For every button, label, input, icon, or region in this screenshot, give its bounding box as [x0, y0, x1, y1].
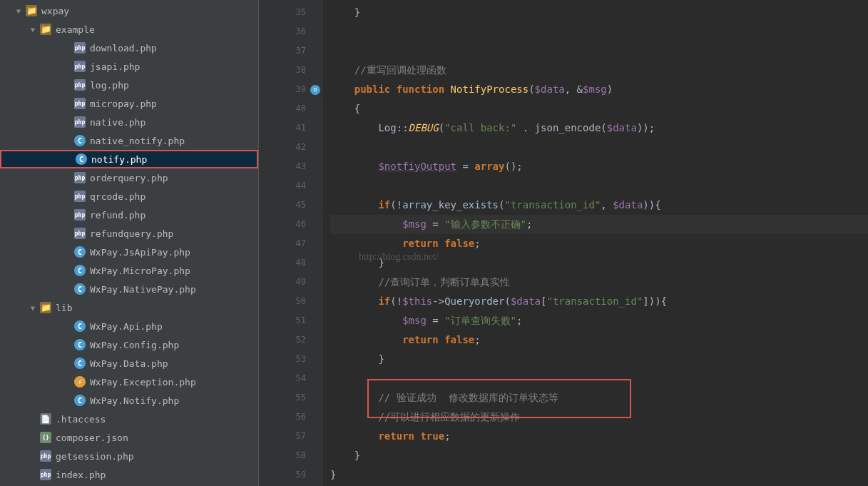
tree-item-wxpay[interactable]: wxpay [0, 1, 258, 20]
code-editor[interactable]: 3536373839o40414243444546474849505152535… [259, 0, 868, 486]
php-icon [74, 61, 86, 72]
gutter-line-number: 45 [259, 196, 323, 215]
code-line: return false; [330, 234, 868, 253]
code-line: } [330, 3, 868, 22]
gutter-line-number: 55 [259, 388, 323, 407]
tree-item-download-php[interactable]: download.php [0, 39, 258, 57]
code-line: $msg = "输入参数不正确"; [330, 215, 868, 234]
tree-item-label: getsession.php [56, 451, 258, 462]
tree-item-wxpay-api-php[interactable]: WxPay.Api.php [0, 317, 258, 335]
gutter-line-number: 36 [259, 22, 323, 41]
file-icon [40, 413, 51, 425]
php-icon [40, 450, 51, 462]
tree-item-qrcode-php[interactable]: qrcode.php [0, 187, 258, 206]
tree-item-refundquery-php[interactable]: refundquery.php [0, 224, 258, 243]
c-icon [74, 395, 86, 406]
c-icon [74, 246, 86, 258]
tree-item-wxpay-config-php[interactable]: WxPay.Config.php [0, 335, 258, 354]
override-method-icon[interactable]: o [310, 85, 320, 95]
tree-item-example[interactable]: example [0, 20, 258, 39]
code-area[interactable]: } //重写回调处理函数 public function NotifyProce… [323, 0, 868, 486]
tree-item-wxpay-exception-php[interactable]: WxPay.Exception.php [0, 373, 258, 391]
tree-item-wxpay-notify-php[interactable]: WxPay.Notify.php [0, 391, 258, 410]
tree-item-jsapi-php[interactable]: jsapi.php [0, 57, 258, 76]
project-tree[interactable]: wxpayexampledownload.phpjsapi.phplog.php… [0, 0, 258, 485]
tree-item-wxpay-jsapipay-php[interactable]: WxPay.JsApiPay.php [0, 243, 258, 261]
tree-item-label: micropay.php [90, 98, 258, 109]
code-line [330, 41, 868, 61]
code-line: if(!$this->Queryorder($data["transaction… [330, 292, 868, 311]
tree-item-label: WxPay.Config.php [90, 340, 258, 350]
expand-arrow-icon[interactable] [29, 25, 37, 34]
gutter-line-number: 35 [259, 3, 323, 22]
code-line: return false; [330, 330, 868, 350]
tree-item-refund-php[interactable]: refund.php [0, 206, 258, 224]
tree-item-native_notify-php[interactable]: native_notify.php [0, 131, 258, 150]
gutter-line-number: 44 [259, 176, 323, 196]
c-icon [74, 358, 86, 369]
tree-item-wxpay-data-php[interactable]: WxPay.Data.php [0, 354, 258, 373]
gutter-line-number: 43 [259, 157, 323, 176]
gutter-line-number: 59 [259, 465, 323, 485]
code-line: //可以进行相应数据的更新操作 [330, 407, 868, 427]
tree-item-label: jsapi.php [90, 61, 258, 72]
tree-item-label: WxPay.Exception.php [90, 377, 258, 388]
tree-item-label: lib [56, 303, 258, 313]
code-line: return true; [330, 427, 868, 446]
tree-item-label: native.php [90, 117, 258, 128]
gutter-line-number: 38 [259, 61, 323, 80]
tree-item-wxpay-nativepay-php[interactable]: WxPay.NativePay.php [0, 280, 258, 298]
code-line: } [330, 446, 868, 465]
tree-item-getsession-php[interactable]: getsession.php [0, 447, 258, 465]
code-line: if(!array_key_exists("transaction_id", $… [330, 196, 868, 215]
tree-item-lib[interactable]: lib [0, 298, 258, 317]
code-line: } [330, 465, 868, 485]
tree-item-label: composer.json [56, 432, 258, 443]
gutter-line-number: 58 [259, 446, 323, 465]
code-line: $msg = "订单查询失败"; [330, 311, 868, 330]
tree-item-orderquery-php[interactable]: orderquery.php [0, 168, 258, 187]
tree-item--htaccess[interactable]: .htaccess [0, 410, 258, 428]
gutter-line-number: 48 [259, 253, 323, 273]
gutter-line-number: 52 [259, 330, 323, 350]
tree-item-index-php[interactable]: index.php [0, 465, 258, 484]
expand-arrow-icon[interactable] [14, 6, 23, 15]
php-icon [74, 191, 86, 202]
tree-item-label: index.php [56, 470, 258, 480]
project-tree-sidebar[interactable]: wxpayexampledownload.phpjsapi.phplog.php… [0, 0, 259, 486]
tree-item-label: WxPay.NativePay.php [90, 284, 258, 295]
tree-item-micropay-php[interactable]: micropay.php [0, 94, 258, 113]
tree-item-native-php[interactable]: native.php [0, 113, 258, 131]
tree-item-label: refundquery.php [90, 228, 258, 239]
tree-item-label: qrcode.php [90, 191, 258, 202]
folder-icon [40, 24, 51, 35]
c-icon [74, 135, 86, 146]
gutter: 3536373839o40414243444546474849505152535… [259, 0, 323, 486]
php-icon [40, 469, 51, 480]
tree-item-label: notify.php [91, 154, 257, 165]
code-line [330, 138, 868, 157]
code-line: //查询订单，判断订单真实性 [330, 273, 868, 292]
tree-item-notify-php[interactable]: notify.php [0, 150, 258, 168]
code-line: Log::DEBUG("call back:" . json_encode($d… [330, 118, 868, 138]
folder-icon [40, 302, 51, 313]
tree-item-label: WxPay.Data.php [90, 358, 258, 369]
tree-item-log-php[interactable]: log.php [0, 76, 258, 94]
php-icon [74, 228, 86, 239]
code-line: $notfiyOutput = array(); [330, 157, 868, 176]
tree-item-label: log.php [90, 80, 258, 91]
php-icon [74, 116, 86, 128]
gutter-line-number: 50 [259, 292, 323, 311]
tree-item-label: example [56, 24, 258, 35]
c-icon [74, 265, 86, 276]
json-icon [40, 432, 51, 443]
code-line: } [330, 350, 868, 369]
e-icon [74, 376, 86, 388]
tree-item-composer-json[interactable]: composer.json [0, 428, 258, 447]
gutter-line-number: 56 [259, 407, 323, 427]
code-line: // 验证成功 修改数据库的订单状态等 [330, 388, 868, 407]
code-line: } [330, 253, 868, 273]
tree-item-wxpay-micropay-php[interactable]: WxPay.MicroPay.php [0, 261, 258, 280]
expand-arrow-icon[interactable] [29, 303, 37, 312]
folder-icon [26, 5, 37, 16]
